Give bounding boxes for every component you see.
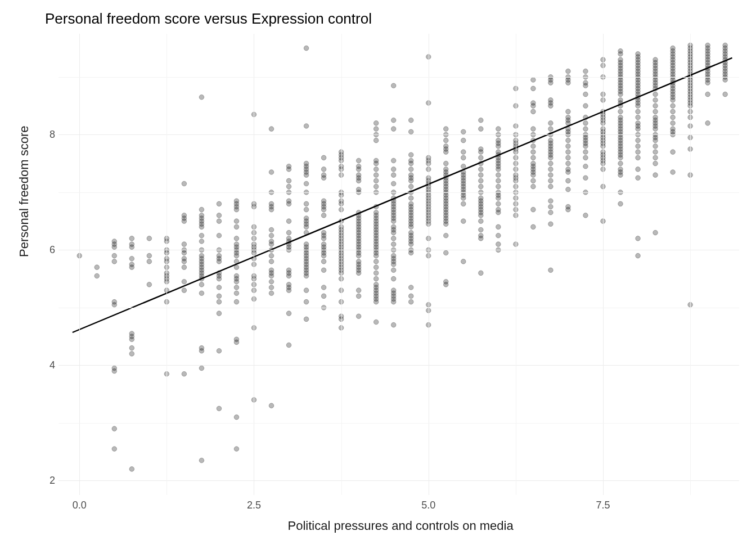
- data-point: [356, 164, 361, 169]
- data-point: [217, 348, 222, 353]
- data-point: [723, 43, 728, 48]
- data-point: [479, 147, 484, 152]
- data-point: [531, 155, 536, 160]
- data-point: [566, 178, 571, 183]
- data-point: [374, 167, 379, 172]
- data-point: [304, 299, 309, 304]
- data-point: [566, 167, 571, 172]
- data-point: [356, 288, 361, 293]
- data-point: [636, 150, 641, 155]
- data-point: [479, 233, 484, 238]
- data-point: [217, 406, 222, 411]
- data-point: [269, 233, 274, 238]
- data-point: [391, 118, 396, 123]
- data-point: [670, 127, 676, 132]
- data-point: [408, 129, 413, 134]
- data-point: [321, 230, 326, 235]
- data-point: [636, 138, 641, 143]
- data-point: [286, 164, 291, 169]
- data-point: [548, 161, 554, 166]
- data-point: [653, 173, 658, 178]
- data-point: [321, 259, 326, 264]
- data-point: [182, 213, 187, 218]
- data-point: [408, 196, 413, 201]
- data-point: [321, 167, 326, 172]
- data-point: [653, 92, 658, 97]
- data-point: [531, 161, 536, 166]
- data-point: [129, 242, 134, 247]
- data-point: [217, 219, 222, 224]
- data-point: [705, 121, 710, 126]
- data-point: [670, 150, 676, 155]
- data-point: [182, 279, 187, 284]
- data-point: [374, 138, 379, 143]
- data-point: [618, 167, 623, 172]
- data-point: [199, 239, 204, 244]
- data-point: [479, 184, 484, 189]
- data-point: [479, 219, 484, 224]
- data-point: [583, 164, 588, 169]
- data-point: [356, 187, 361, 192]
- data-point: [199, 207, 204, 212]
- data-point: [269, 279, 274, 284]
- data-point: [391, 83, 396, 88]
- data-point: [479, 271, 484, 276]
- data-point: [566, 204, 571, 209]
- data-point: [304, 242, 309, 247]
- data-point: [653, 115, 658, 120]
- data-point: [199, 233, 204, 238]
- data-point: [496, 178, 501, 183]
- y-tick-label: 2: [50, 475, 52, 487]
- data-point: [269, 170, 274, 175]
- data-point: [461, 201, 466, 206]
- data-point: [356, 259, 361, 264]
- data-point: [636, 155, 641, 160]
- data-point: [531, 184, 536, 189]
- data-point: [286, 219, 291, 224]
- data-point: [286, 282, 291, 287]
- data-point: [234, 224, 239, 230]
- data-point: [705, 43, 710, 48]
- data-point: [408, 294, 413, 299]
- data-point: [548, 173, 554, 178]
- data-point: [286, 268, 291, 273]
- data-point: [461, 155, 466, 160]
- data-point: [269, 285, 274, 290]
- data-point: [531, 178, 536, 183]
- data-point: [443, 250, 448, 255]
- data-point: [618, 201, 623, 206]
- data-point: [566, 115, 571, 120]
- data-point: [147, 259, 152, 264]
- data-point: [531, 109, 536, 114]
- plot-area: [58, 34, 739, 495]
- data-point: [408, 118, 413, 123]
- data-point: [147, 236, 152, 241]
- data-point: [636, 115, 641, 120]
- data-point: [182, 242, 187, 247]
- data-point: [374, 184, 379, 189]
- data-point: [618, 115, 623, 120]
- data-point: [304, 317, 309, 322]
- data-point: [269, 239, 274, 244]
- data-point: [408, 158, 413, 163]
- data-point: [391, 276, 396, 281]
- data-point: [566, 150, 571, 155]
- y-tick-label: 8: [50, 129, 52, 141]
- data-point: [129, 262, 134, 267]
- data-point: [636, 236, 641, 241]
- data-point: [408, 201, 413, 206]
- data-point: [374, 210, 379, 215]
- data-point: [304, 46, 309, 51]
- data-point: [566, 69, 571, 74]
- data-point: [217, 201, 222, 206]
- data-point: [374, 282, 379, 287]
- data-point: [443, 161, 448, 166]
- data-point: [321, 285, 326, 290]
- data-point: [129, 256, 134, 261]
- data-point: [583, 155, 588, 160]
- data-point: [269, 291, 274, 296]
- data-point: [461, 259, 466, 264]
- data-point: [182, 265, 187, 270]
- data-point: [531, 224, 536, 230]
- data-point: [391, 181, 396, 186]
